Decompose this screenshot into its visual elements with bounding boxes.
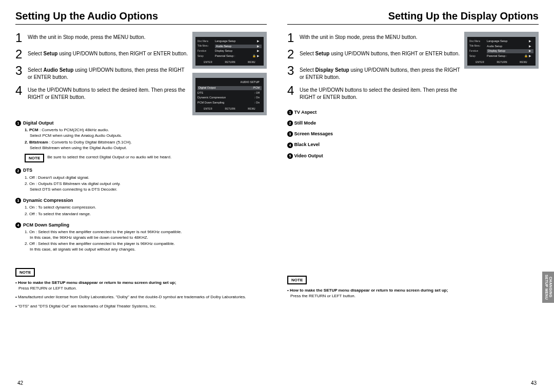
step-3: 3 Select Audio Setup using UP/DOWN butto… bbox=[15, 65, 188, 80]
page-number-left: 42 bbox=[17, 380, 23, 386]
opt-digital-output: 1Digital Output bbox=[15, 120, 267, 126]
step-1: 1 With the unit in Stop mode, press the … bbox=[15, 32, 188, 44]
section-tab: CHANGINGSETUP MENU bbox=[542, 272, 554, 303]
opt-dts: 2DTS bbox=[15, 168, 267, 173]
osd-setup-menu: Disc MenuLanguage Setup▶ Title MenuAudio… bbox=[464, 32, 539, 69]
display-options-list: 1 TV Aspect 2 Still Mode 3 Screen Messag… bbox=[287, 110, 539, 159]
page-title: Setting Up the Display Options bbox=[287, 10, 539, 25]
osd-audio-setup: AUDIO SETUP Digital Output: PCM DTS: Off… bbox=[192, 73, 267, 115]
steps-block: 1 With the unit in Stop mode, press the … bbox=[15, 32, 267, 115]
opt-pcm-downsampling: 4PCM Down Sampling bbox=[15, 222, 267, 228]
step-4: 4 Use the UP/DOWN buttons to select the … bbox=[15, 85, 188, 100]
audio-options-list: 1Digital Output 1. PCM : Converts to PCM… bbox=[15, 120, 267, 253]
footnote-right: NOTE How to make the SETUP menu disappea… bbox=[287, 276, 539, 299]
note-digital-output: NOTE Be sure to select the correct Digit… bbox=[25, 154, 267, 162]
steps-block: 1With the unit in Stop mode, press the M… bbox=[287, 32, 539, 105]
page-title: Setting Up the Audio Options bbox=[15, 10, 267, 25]
opt-dynamic-compression: 3Dynamic Compression bbox=[15, 198, 267, 203]
osd-setup-menu: Disc MenuLanguage Setup▶ Title MenuAudio… bbox=[192, 32, 267, 69]
footnote-left: NOTE How to make the SETUP menu disappea… bbox=[15, 268, 267, 309]
step-2: 2 Select Setup using UP/DOWN buttons, th… bbox=[15, 48, 188, 60]
left-page: Setting Up the Audio Options 1 With the … bbox=[15, 10, 267, 312]
page-number-right: 43 bbox=[531, 380, 537, 386]
right-page: Setting Up the Display Options 1With the… bbox=[287, 10, 539, 312]
